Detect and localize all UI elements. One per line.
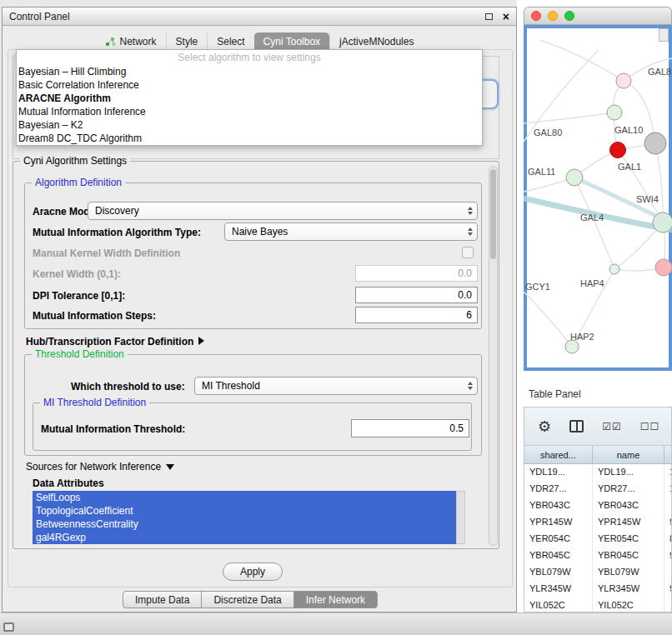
checked-boxes-icon[interactable]: ☑☑ (602, 421, 622, 432)
node-green[interactable] (566, 169, 583, 186)
node-pink[interactable] (655, 259, 672, 276)
algorithm-dropdown-popup[interactable]: Select algorithm to view settings Bayesi… (16, 49, 483, 146)
cell: YPR145W (593, 514, 664, 531)
network-window-titlebar[interactable] (524, 7, 672, 25)
gear-icon[interactable]: ⚙ (538, 418, 551, 436)
node-label: GAL4 (580, 212, 604, 222)
algorithm-option[interactable]: Bayesian – Hill Climbing (17, 65, 482, 78)
cell: YER054C (524, 531, 593, 548)
settings-scrollbar-thumb[interactable] (490, 169, 496, 259)
algorithm-option-selected[interactable]: ARACNE Algorithm (17, 92, 482, 105)
zoom-traffic-light-icon[interactable] (564, 11, 574, 21)
unchecked-boxes-icon[interactable]: ☐☐ (640, 421, 660, 432)
node-label: GCY1 (525, 282, 550, 292)
collapse-down-icon (166, 464, 174, 470)
attribute-item[interactable]: BetweennessCentrality (33, 518, 456, 531)
manual-kernel-label: Manual Kernel Width Definition (33, 248, 180, 259)
column-header-shared-name[interactable]: shared... (524, 446, 593, 463)
node-green[interactable] (653, 212, 672, 232)
tab-discretize-data[interactable]: Discretize Data (201, 591, 293, 608)
field-value: 0.0 (458, 268, 472, 279)
network-tab-icon (105, 37, 116, 47)
which-threshold-select[interactable]: MI Threshold (194, 377, 478, 395)
float-window-icon[interactable] (485, 13, 493, 20)
cell: YLR345W (593, 581, 664, 598)
tab-label: Select (217, 36, 244, 48)
node-green[interactable] (607, 105, 622, 120)
sources-label: Sources for Network Inference (26, 461, 161, 472)
attribute-item[interactable]: TopologicalCoefficient (33, 504, 456, 518)
group-title: Cyni Algorithm Settings (20, 155, 130, 167)
table-body: YDL19... YDL19... 13 YDR27... YDR27... 1… (524, 464, 672, 612)
dpi-tolerance-input[interactable]: 0.0 (355, 287, 478, 303)
sources-toggle[interactable]: Sources for Network Inference (26, 461, 174, 472)
table-row[interactable]: YIL052C YIL052C (524, 598, 672, 612)
table-row[interactable]: YDR27... YDR27... 12 (524, 481, 672, 498)
combo-arrows-icon (468, 228, 477, 236)
table-row[interactable]: YDL19... YDL19... 13 (524, 464, 672, 481)
tab-style[interactable]: Style (166, 32, 208, 51)
field-value: 0.5 (449, 422, 464, 434)
hub-definition-toggle[interactable]: Hub/Transcription Factor Definition (26, 336, 204, 348)
node-green[interactable] (609, 264, 619, 274)
cell: YBL079W (524, 564, 593, 581)
column-header-partial[interactable] (664, 446, 672, 463)
settings-scrollbar[interactable] (489, 166, 498, 546)
mi-type-select[interactable]: Naive Bayes (224, 222, 478, 241)
node-pink[interactable] (616, 73, 631, 88)
node-gray[interactable] (644, 132, 666, 154)
cell: YDL19... (593, 464, 664, 481)
network-canvas[interactable]: GAL8 GAL80 GAL10 GAL11 GAL1 SWI4 GAL4 GC… (524, 25, 672, 371)
algorithm-option[interactable]: Bayesian – K2 (17, 118, 482, 132)
algorithm-option[interactable]: Basic Correlation Inference (17, 78, 482, 92)
cell: 12 (664, 481, 672, 498)
selected-value: Discovery (95, 205, 139, 217)
column-header-name[interactable]: name (593, 446, 664, 463)
cell (664, 564, 672, 581)
cell (664, 498, 672, 514)
cell (664, 598, 672, 612)
attribute-item[interactable]: gal4RGexp (33, 531, 456, 544)
algorithm-option[interactable]: Mutual Information Inference (17, 105, 482, 118)
mi-threshold-input[interactable]: 0.5 (351, 419, 469, 438)
node-label: HAP4 (580, 278, 604, 288)
aracne-mode-select[interactable]: Discovery (88, 202, 478, 220)
minimize-traffic-light-icon[interactable] (548, 11, 558, 21)
control-panel-titlebar[interactable]: Control Panel × (3, 8, 516, 26)
tab-cyni-toolbox[interactable]: Cyni Toolbox (254, 32, 329, 51)
cell: 8. (664, 531, 672, 548)
data-attributes-list[interactable]: SelfLoops TopologicalCoefficient Between… (33, 491, 456, 544)
taskbar-window-icon[interactable] (3, 622, 14, 632)
tab-jactivemnodules[interactable]: jActiveMNodules (329, 32, 423, 51)
tab-select[interactable]: Select (207, 32, 253, 51)
tab-impute-data[interactable]: Impute Data (123, 591, 202, 608)
attribute-item[interactable]: SelfLoops (33, 491, 456, 504)
tab-network[interactable]: Network (96, 32, 166, 51)
combo-arrows-icon (468, 207, 477, 215)
field-value: 6 (466, 309, 472, 321)
close-traffic-light-icon[interactable] (531, 11, 541, 21)
expand-right-icon (198, 337, 204, 345)
table-row[interactable]: YER054C YER054C 8. (524, 531, 672, 548)
node-green[interactable] (565, 340, 579, 353)
apply-button-label: Apply (240, 566, 265, 578)
table-columns-icon[interactable] (569, 420, 584, 432)
attributes-list-scrollbar[interactable] (456, 491, 465, 544)
table-row[interactable]: YPR145W YPR145W 9. (524, 514, 672, 531)
table-row[interactable]: YLR345W YLR345W 9. (524, 581, 672, 598)
dpi-tolerance-label: DPI Tolerance [0,1]: (33, 290, 125, 302)
tab-infer-network[interactable]: Infer Network (293, 591, 378, 608)
kernel-width-input[interactable]: 0.0 (355, 265, 478, 282)
combo-arrows-icon (468, 382, 477, 390)
manual-kernel-checkbox[interactable] (462, 247, 474, 258)
table-row[interactable]: YBR043C YBR043C (524, 498, 672, 514)
close-icon[interactable]: × (503, 11, 509, 22)
table-row[interactable]: YBR045C YBR045C 9. (524, 548, 672, 564)
group-title: Threshold Definition (32, 348, 128, 360)
mi-steps-input[interactable]: 6 (355, 307, 478, 323)
apply-button[interactable]: Apply (223, 562, 283, 581)
node-red-gal10[interactable] (610, 142, 626, 158)
algorithm-option[interactable]: Dream8 DC_TDC Algorithm (17, 132, 482, 145)
node-label: SWI4 (636, 194, 659, 204)
table-row[interactable]: YBL079W YBL079W (524, 564, 672, 581)
